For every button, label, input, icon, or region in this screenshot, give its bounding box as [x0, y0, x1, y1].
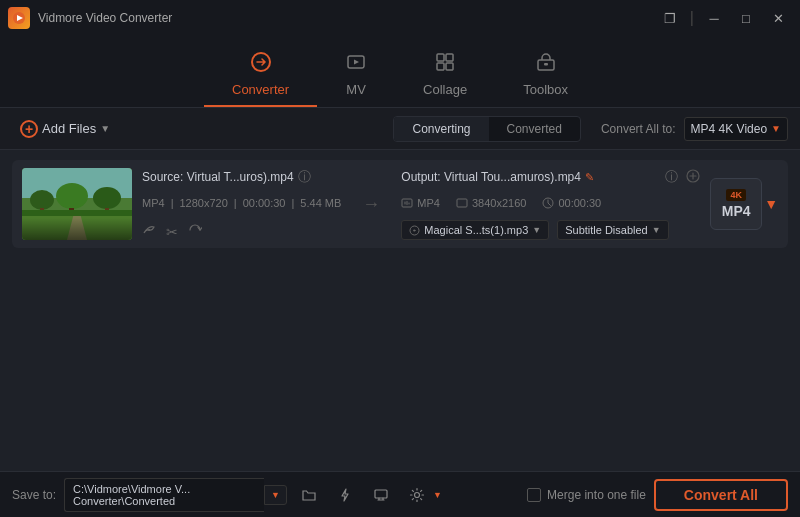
file-thumbnail [22, 168, 132, 240]
close-button[interactable]: ✕ [764, 7, 792, 29]
output-info-icon[interactable]: ⓘ [665, 168, 678, 186]
svg-rect-7 [446, 63, 453, 70]
thumbnail-image [22, 168, 132, 240]
audio-dropdown-arrow-icon: ▼ [532, 225, 541, 235]
mv-icon [345, 51, 367, 78]
nav-bar: Converter MV Collage [0, 36, 800, 108]
tab-toolbox-label: Toolbox [523, 82, 568, 97]
save-path-input[interactable]: C:\Vidmore\Vidmore V... Converter\Conver… [64, 478, 264, 512]
app-title: Vidmore Video Converter [38, 11, 172, 25]
save-path-dropdown-button[interactable]: ▼ [264, 485, 287, 505]
svg-point-27 [414, 492, 419, 497]
format-select[interactable]: MP4 4K Video ▼ [684, 117, 788, 141]
title-bar: Vidmore Video Converter ❐ | ─ □ ✕ [0, 0, 800, 36]
lightning-button[interactable] [331, 481, 359, 509]
tab-toolbox[interactable]: Toolbox [495, 43, 596, 107]
output-duration: 00:00:30 [558, 197, 601, 209]
restore-button[interactable]: ❐ [656, 7, 684, 29]
format-select-value: MP4 4K Video [691, 122, 768, 136]
format-badge: 4K MP4 [710, 178, 762, 230]
meta-separator3: | [292, 197, 295, 209]
svg-rect-23 [457, 199, 467, 207]
merge-checkbox[interactable] [527, 488, 541, 502]
converter-icon [250, 51, 272, 78]
toolbox-icon [535, 51, 557, 78]
tab-converting[interactable]: Converting [394, 117, 488, 141]
collage-icon [434, 51, 456, 78]
app-icon [8, 7, 30, 29]
output-edit-icon[interactable]: ✎ [585, 171, 594, 184]
svg-point-14 [56, 183, 88, 209]
file-metadata: MP4 | 1280x720 | 00:00:30 | 5.44 MB [142, 197, 341, 209]
output-section: Output: Virtual Tou...amuros).mp4 ✎ ⓘ [401, 168, 700, 240]
format-badge-arrow-icon[interactable]: ▼ [764, 196, 778, 212]
add-files-dropdown-icon: ▼ [100, 123, 110, 134]
svg-rect-26 [375, 490, 387, 498]
meta-duration: 00:00:30 [243, 197, 286, 209]
output-resolution: 3840x2160 [472, 197, 526, 209]
svg-rect-19 [22, 210, 132, 216]
meta-format: MP4 [142, 197, 165, 209]
add-files-label: Add Files [42, 121, 96, 136]
output-resolution-item: 3840x2160 [456, 197, 526, 209]
settings-button-group: ▼ [403, 481, 442, 509]
source-info-icon[interactable]: ⓘ [298, 168, 311, 186]
minimize-button[interactable]: ─ [700, 7, 728, 29]
gear-button[interactable] [403, 481, 431, 509]
svg-rect-4 [437, 54, 444, 61]
restore-icon: ❐ [664, 11, 676, 26]
meta-separator2: | [234, 197, 237, 209]
badge-format-label: MP4 [722, 203, 751, 219]
subtitle-dropdown-arrow-icon: ▼ [652, 225, 661, 235]
minimize-icon: ─ [709, 11, 718, 26]
open-folder-button[interactable] [295, 481, 323, 509]
svg-point-12 [30, 190, 54, 210]
convert-all-button[interactable]: Convert All [654, 479, 788, 511]
add-files-plus-icon: + [20, 120, 38, 138]
svg-point-16 [93, 187, 121, 209]
meta-size: 5.44 MB [300, 197, 341, 209]
output-filename: Output: Virtual Tou...amuros).mp4 [401, 170, 581, 184]
main-content: Source: Virtual T...uros).mp4 ⓘ MP4 | 12… [0, 150, 800, 258]
effects-icon[interactable] [142, 223, 156, 240]
tab-converter-label: Converter [232, 82, 289, 97]
add-files-button[interactable]: + Add Files ▼ [12, 116, 118, 142]
output-top: Output: Virtual Tou...amuros).mp4 ✎ ⓘ [401, 168, 700, 186]
gear-dropdown-arrow-icon[interactable]: ▼ [433, 490, 442, 500]
toolbar: + Add Files ▼ Converting Converted Conve… [0, 108, 800, 150]
screen-button[interactable] [367, 481, 395, 509]
output-add-icon[interactable] [686, 169, 700, 186]
file-info: Source: Virtual T...uros).mp4 ⓘ MP4 | 12… [142, 168, 341, 240]
convert-icon[interactable] [188, 223, 202, 240]
source-filename: Source: Virtual T...uros).mp4 [142, 170, 294, 184]
svg-point-20 [148, 229, 150, 231]
subtitle-dropdown[interactable]: Subtitle Disabled ▼ [557, 220, 668, 240]
title-bar-left: Vidmore Video Converter [8, 7, 172, 29]
tab-collage[interactable]: Collage [395, 43, 495, 107]
tab-converted[interactable]: Converted [489, 117, 580, 141]
save-path-group: C:\Vidmore\Vidmore V... Converter\Conver… [64, 478, 287, 512]
tab-mv-label: MV [346, 82, 366, 97]
tab-mv[interactable]: MV [317, 43, 395, 107]
svg-rect-9 [544, 63, 548, 66]
output-format: MP4 [417, 197, 440, 209]
thumbnail-overlay [22, 218, 132, 240]
tab-converter[interactable]: Converter [204, 43, 317, 107]
meta-separator1: | [171, 197, 174, 209]
subtitle-dropdown-value: Subtitle Disabled [565, 224, 648, 236]
cut-icon[interactable]: ✂ [166, 224, 178, 240]
bottom-bar: Save to: C:\Vidmore\Vidmore V... Convert… [0, 471, 800, 517]
audio-dropdown[interactable]: Magical S...ts(1).mp3 ▼ [401, 220, 549, 240]
svg-rect-5 [446, 54, 453, 61]
audio-dropdown-value: Magical S...ts(1).mp3 [424, 224, 528, 236]
maximize-icon: □ [742, 11, 750, 26]
output-format-item: MP4 [401, 197, 440, 209]
convert-all-label: Convert All [684, 487, 758, 503]
file-action-buttons: ✂ [142, 223, 341, 240]
arrow-section: → [351, 168, 391, 240]
save-to-label: Save to: [12, 488, 56, 502]
maximize-button[interactable]: □ [732, 7, 760, 29]
convert-arrow-icon: → [362, 194, 380, 215]
path-dropdown-arrow-icon: ▼ [271, 490, 280, 500]
status-tab-group: Converting Converted [393, 116, 580, 142]
